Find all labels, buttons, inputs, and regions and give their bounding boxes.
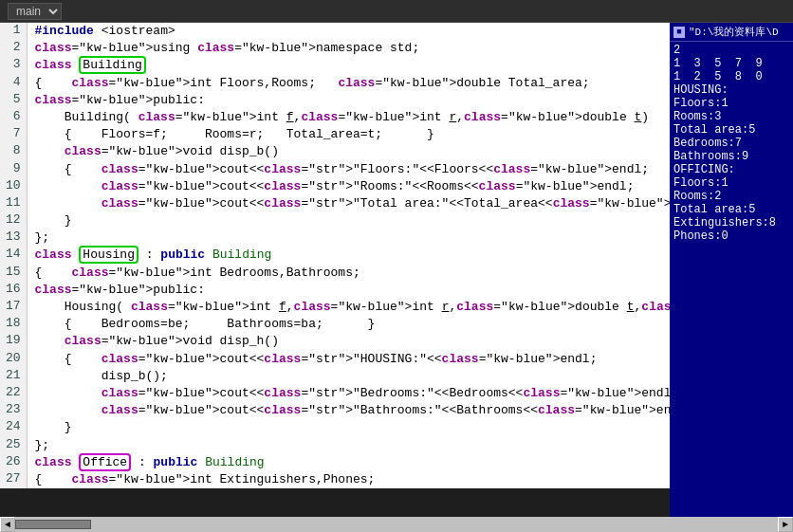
line-number: 5 (0, 92, 27, 109)
line-number: 15 (0, 265, 27, 282)
table-row: 14class Housing : public Building (0, 247, 670, 264)
code-content[interactable]: class Building (27, 57, 670, 74)
output-titlebar: ■ "D:\我的资料库\D (670, 23, 793, 42)
table-row: 19 class="kw-blue">void disp_h() (0, 333, 670, 350)
line-number: 23 (0, 402, 27, 419)
table-row: 13}; (0, 229, 670, 247)
scrollbar-thumb[interactable] (15, 520, 91, 529)
line-number: 16 (0, 282, 27, 299)
code-content[interactable]: class="kw-blue">cout<<class="str">"Bathr… (27, 402, 670, 419)
code-content[interactable]: disp_b(); (27, 368, 670, 385)
code-content[interactable]: { class="kw-blue">int Bedrooms,Bathrooms… (27, 265, 670, 282)
output-panel: ■ "D:\我的资料库\D 2 1 3 5 7 9 1 2 5 8 0 HOUS… (670, 23, 793, 517)
table-row: 5class="kw-blue">public: (0, 92, 670, 109)
code-content[interactable]: class="kw-blue">cout<<class="str">"Bedro… (27, 385, 670, 402)
line-number: 11 (0, 195, 27, 212)
code-content[interactable]: { Bedrooms=be; Bathrooms=ba; } (27, 316, 670, 333)
table-row: 15{ class="kw-blue">int Bedrooms,Bathroo… (0, 265, 670, 282)
table-row: 16class="kw-blue">public: (0, 282, 670, 299)
line-number: 27 (0, 471, 27, 488)
table-row: 8 class="kw-blue">void disp_b() (0, 143, 670, 160)
line-number: 24 (0, 419, 27, 436)
table-row: 20 { class="kw-blue">cout<<class="str">"… (0, 351, 670, 368)
line-number: 17 (0, 299, 27, 316)
code-content[interactable]: class="kw-blue">void disp_b() (27, 143, 670, 160)
table-row: 3class Building (0, 57, 670, 74)
main-layout: 1#include <iostream>2class="kw-blue">usi… (0, 23, 793, 517)
code-content[interactable]: class="kw-blue">void disp_h() (27, 333, 670, 350)
scroll-left-button[interactable]: ◄ (0, 517, 15, 532)
table-row: 21 disp_b(); (0, 368, 670, 385)
code-content[interactable]: class="kw-blue">cout<<class="str">"Total… (27, 195, 670, 212)
line-number: 25 (0, 437, 27, 454)
table-row: 7 { Floors=f; Rooms=r; Total_area=t; } (0, 126, 670, 143)
table-row: 27{ class="kw-blue">int Extinguishers,Ph… (0, 471, 670, 488)
line-number: 2 (0, 40, 27, 57)
code-content[interactable]: { class="kw-blue">cout<<class="str">"Flo… (27, 161, 670, 178)
table-row: 4{ class="kw-blue">int Floors,Rooms; cla… (0, 75, 670, 92)
output-content: 2 1 3 5 7 9 1 2 5 8 0 HOUSING: Floors:1 … (670, 42, 793, 517)
output-title: "D:\我的资料库\D (689, 25, 779, 39)
code-content[interactable]: }; (27, 437, 670, 454)
table-row: 24 } (0, 419, 670, 436)
code-content[interactable]: class="kw-blue">cout<<class="str">"Rooms… (27, 178, 670, 195)
main-dropdown[interactable]: main (8, 3, 62, 20)
scrollbar-area: ◄ ► (0, 517, 793, 532)
line-number: 18 (0, 316, 27, 333)
table-row: 12 } (0, 212, 670, 229)
table-row: 23 class="kw-blue">cout<<class="str">"Ba… (0, 402, 670, 419)
code-content[interactable]: } (27, 419, 670, 436)
code-content[interactable]: }; (27, 229, 670, 247)
line-number: 20 (0, 351, 27, 368)
table-row: 2class="kw-blue">using class="kw-blue">n… (0, 40, 670, 57)
code-content[interactable]: { class="kw-blue">cout<<class="str">"HOU… (27, 351, 670, 368)
line-number: 19 (0, 333, 27, 350)
line-number: 8 (0, 143, 27, 160)
code-content[interactable]: Housing( class="kw-blue">int f,class="kw… (27, 299, 670, 316)
table-row: 10 class="kw-blue">cout<<class="str">"Ro… (0, 178, 670, 195)
line-number: 21 (0, 368, 27, 385)
line-number: 10 (0, 178, 27, 195)
code-content[interactable]: { class="kw-blue">int Extinguishers,Phon… (27, 471, 670, 488)
table-row: 11 class="kw-blue">cout<<class="str">"To… (0, 195, 670, 212)
table-row: 1#include <iostream> (0, 23, 670, 40)
code-content[interactable]: { class="kw-blue">int Floors,Rooms; clas… (27, 75, 670, 92)
code-content[interactable]: class="kw-blue">public: (27, 92, 670, 109)
line-number: 7 (0, 126, 27, 143)
code-content[interactable]: class Housing : public Building (27, 247, 670, 264)
code-content[interactable]: class="kw-blue">public: (27, 282, 670, 299)
table-row: 6 Building( class="kw-blue">int f,class=… (0, 109, 670, 126)
line-number: 22 (0, 385, 27, 402)
line-number: 3 (0, 57, 27, 74)
line-number: 6 (0, 109, 27, 126)
code-content[interactable]: { Floors=f; Rooms=r; Total_area=t; } (27, 126, 670, 143)
table-row: 18 { Bedrooms=be; Bathrooms=ba; } (0, 316, 670, 333)
line-number: 9 (0, 161, 27, 178)
line-number: 14 (0, 247, 27, 264)
table-row: 9 { class="kw-blue">cout<<class="str">"F… (0, 161, 670, 178)
code-editor[interactable]: 1#include <iostream>2class="kw-blue">usi… (0, 23, 670, 517)
line-number: 4 (0, 75, 27, 92)
code-content[interactable]: class Office : public Building (27, 454, 670, 471)
scroll-right-button[interactable]: ► (778, 517, 793, 532)
code-content[interactable]: Building( class="kw-blue">int f,class="k… (27, 109, 670, 126)
table-row: 25}; (0, 437, 670, 454)
line-number: 12 (0, 212, 27, 229)
line-number: 13 (0, 229, 27, 247)
code-content[interactable]: } (27, 212, 670, 229)
code-content[interactable]: class="kw-blue">using class="kw-blue">na… (27, 40, 670, 57)
code-table: 1#include <iostream>2class="kw-blue">usi… (0, 23, 670, 488)
line-number: 26 (0, 454, 27, 471)
code-content[interactable]: #include <iostream> (27, 23, 670, 40)
table-row: 26class Office : public Building (0, 454, 670, 471)
top-bar: main (0, 0, 793, 23)
table-row: 17 Housing( class="kw-blue">int f,class=… (0, 299, 670, 316)
line-number: 1 (0, 23, 27, 40)
horizontal-scrollbar[interactable] (15, 519, 778, 530)
output-icon: ■ (673, 27, 685, 38)
table-row: 22 class="kw-blue">cout<<class="str">"Be… (0, 385, 670, 402)
